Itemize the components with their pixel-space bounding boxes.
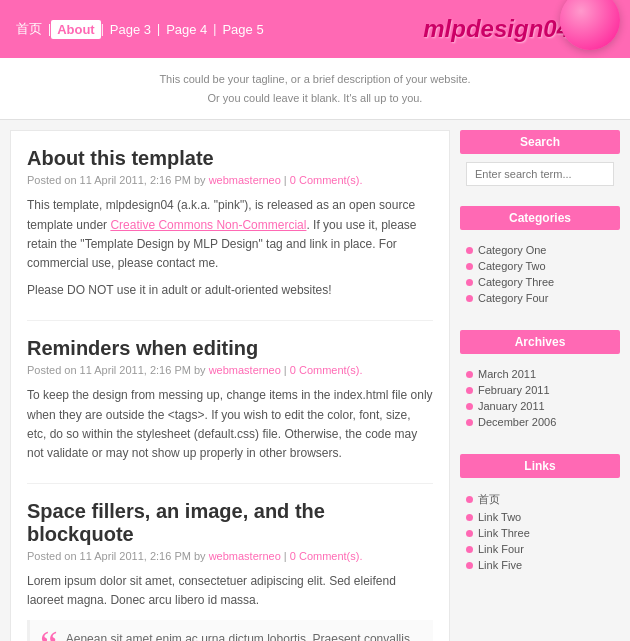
nav-item-page3[interactable]: Page 3	[104, 20, 157, 39]
post-paragraph: Please DO NOT use it in adult or adult-o…	[27, 281, 433, 300]
links-widget-title: Links	[460, 454, 620, 478]
links-list: 首页Link TwoLink ThreeLink FourLink Five	[466, 486, 614, 577]
creative-commons-link[interactable]: Creative Commons Non-Commercial	[110, 218, 306, 232]
list-item: Category Three	[466, 274, 614, 290]
main-content: About this templatePosted on 11 April 20…	[10, 130, 450, 641]
post-paragraph: To keep the design from messing up, chan…	[27, 386, 433, 463]
post-title: Reminders when editing	[27, 337, 433, 360]
archive-label: March 2011	[478, 368, 536, 380]
link-bullet	[466, 530, 473, 537]
list-item: Category Four	[466, 290, 614, 306]
blockquote-section: “Aenean sit amet enim ac urna dictum lob…	[27, 620, 433, 641]
post-author-link[interactable]: webmasterneo	[209, 550, 281, 562]
sidebar-link[interactable]: Link Three	[478, 527, 530, 539]
sidebar-link[interactable]: 首页	[478, 493, 500, 505]
post-body: This template, mlpdesign04 (a.k.a. "pink…	[27, 196, 433, 300]
list-item: Link Three	[466, 525, 614, 541]
search-widget: Search	[460, 130, 620, 194]
post-author-link[interactable]: webmasterneo	[209, 174, 281, 186]
post-comments-link[interactable]: 0 Comment(s).	[290, 364, 363, 376]
archive-bullet	[466, 387, 473, 394]
archive-label: December 2006	[478, 416, 556, 428]
search-input[interactable]	[466, 162, 614, 186]
quote-mark: “	[40, 630, 58, 641]
category-link[interactable]: Category Two	[478, 260, 546, 272]
post-author-link[interactable]: webmasterneo	[209, 364, 281, 376]
main-nav[interactable]: 首页 | About | Page 3 | Page 4 | Page 5	[10, 18, 270, 40]
archive-bullet	[466, 403, 473, 410]
category-label: Category Four	[478, 292, 548, 304]
category-link[interactable]: Category Three	[478, 276, 554, 288]
list-item: Link Two	[466, 509, 614, 525]
sidebar-link[interactable]: Link Four	[478, 543, 524, 555]
search-widget-title: Search	[460, 130, 620, 154]
list-item: Link Five	[466, 557, 614, 573]
nav-item-page4[interactable]: Page 4	[160, 20, 213, 39]
sidebar-link[interactable]: Link Two	[478, 511, 521, 523]
links-widget: Links 首页Link TwoLink ThreeLink FourLink …	[460, 454, 620, 585]
archive-bullet	[466, 371, 473, 378]
post-meta: Posted on 11 April 2011, 2:16 PM by webm…	[27, 364, 433, 376]
categories-widget: Categories Category OneCategory TwoCateg…	[460, 206, 620, 318]
list-item: December 2006	[466, 414, 614, 430]
category-link[interactable]: Category One	[478, 244, 546, 256]
tagline-line1: This could be your tagline, or a brief d…	[159, 73, 470, 85]
link-label: Link Five	[478, 559, 522, 571]
category-bullet	[466, 263, 473, 270]
post-divider	[27, 483, 433, 484]
post-title: About this template	[27, 147, 433, 170]
post-paragraph: This template, mlpdesign04 (a.k.a. "pink…	[27, 196, 433, 273]
nav-item-page5[interactable]: Page 5	[216, 20, 269, 39]
category-list: Category OneCategory TwoCategory ThreeCa…	[466, 238, 614, 310]
header: 首页 | About | Page 3 | Page 4 | Page 5 ml…	[0, 0, 630, 58]
post-comments-link[interactable]: 0 Comment(s).	[290, 174, 363, 186]
site-title: mlpdesign04	[423, 15, 570, 43]
link-bullet	[466, 546, 473, 553]
archive-link[interactable]: December 2006	[478, 416, 556, 428]
category-bullet	[466, 279, 473, 286]
category-label: Category Two	[478, 260, 546, 272]
archive-link[interactable]: February 2011	[478, 384, 550, 396]
link-label: Link Two	[478, 511, 521, 523]
category-bullet	[466, 295, 473, 302]
categories-widget-content: Category OneCategory TwoCategory ThreeCa…	[460, 230, 620, 318]
archive-link[interactable]: January 2011	[478, 400, 545, 412]
link-label: 首页	[478, 492, 500, 507]
link-bullet	[466, 496, 473, 503]
list-item: Category One	[466, 242, 614, 258]
category-label: Category Three	[478, 276, 554, 288]
link-bullet	[466, 514, 473, 521]
quote-text: Aenean sit amet enim ac urna dictum lobo…	[66, 630, 423, 641]
archive-label: January 2011	[478, 400, 545, 412]
post-meta: Posted on 11 April 2011, 2:16 PM by webm…	[27, 550, 433, 562]
post-divider	[27, 320, 433, 321]
archive-link[interactable]: March 2011	[478, 368, 536, 380]
list-item: Link Four	[466, 541, 614, 557]
sidebar: Search Categories Category OneCategory T…	[460, 130, 620, 641]
list-item: January 2011	[466, 398, 614, 414]
archives-widget-title: Archives	[460, 330, 620, 354]
categories-widget-title: Categories	[460, 206, 620, 230]
post-body: Lorem ipsum dolor sit amet, consectetuer…	[27, 572, 433, 641]
link-bullet	[466, 562, 473, 569]
post-comments-link[interactable]: 0 Comment(s).	[290, 550, 363, 562]
post-post2: Reminders when editingPosted on 11 April…	[27, 337, 433, 463]
post-post1: About this templatePosted on 11 April 20…	[27, 147, 433, 300]
archive-bullet	[466, 419, 473, 426]
post-title: Space fillers, an image, and the blockqu…	[27, 500, 433, 546]
post-body: To keep the design from messing up, chan…	[27, 386, 433, 463]
wrapper: About this templatePosted on 11 April 20…	[0, 120, 630, 641]
category-link[interactable]: Category Four	[478, 292, 548, 304]
list-item: February 2011	[466, 382, 614, 398]
post-intro: Lorem ipsum dolor sit amet, consectetuer…	[27, 572, 433, 610]
post-meta: Posted on 11 April 2011, 2:16 PM by webm…	[27, 174, 433, 186]
list-item: 首页	[466, 490, 614, 509]
sidebar-link[interactable]: Link Five	[478, 559, 522, 571]
search-widget-content	[460, 154, 620, 194]
nav-item-about[interactable]: About	[51, 20, 101, 39]
archive-label: February 2011	[478, 384, 550, 396]
links-widget-content: 首页Link TwoLink ThreeLink FourLink Five	[460, 478, 620, 585]
tagline: This could be your tagline, or a brief d…	[0, 58, 630, 120]
archive-list: March 2011February 2011January 2011Decem…	[466, 362, 614, 434]
nav-item-首页[interactable]: 首页	[10, 18, 48, 40]
